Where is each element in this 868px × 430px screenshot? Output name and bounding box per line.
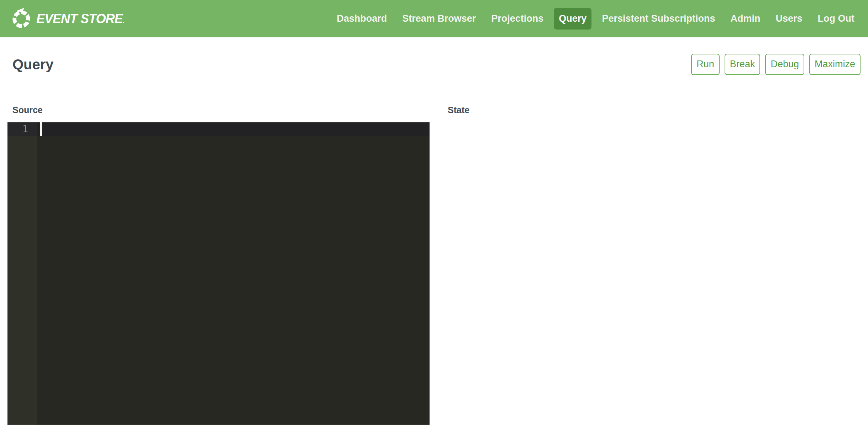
nav-item-log-out[interactable]: Log Out (813, 8, 859, 30)
nav-item-projections[interactable]: Projections (486, 8, 548, 30)
page-header: Query Run Break Debug Maximize (12, 53, 861, 75)
nav-item-users[interactable]: Users (770, 8, 807, 30)
nav-item-persistent-subscriptions[interactable]: Persistent Subscriptions (597, 8, 720, 30)
text-cursor (40, 122, 42, 136)
source-panel: Source 1 (7, 105, 430, 425)
break-button[interactable]: Break (725, 54, 761, 75)
source-panel-label: Source (12, 105, 430, 115)
nav-item-stream-browser[interactable]: Stream Browser (397, 8, 481, 30)
brand-title: EVENT STORE. (36, 11, 124, 26)
line-number: 1 (7, 122, 37, 136)
top-navbar: EVENT STORE. Dashboard Stream Browser Pr… (0, 0, 868, 37)
maximize-button[interactable]: Maximize (809, 54, 861, 75)
page-title: Query (12, 57, 54, 73)
nav-item-admin[interactable]: Admin (725, 8, 765, 30)
active-line-highlight (37, 122, 430, 136)
main-content: Query Run Break Debug Maximize Source 1 … (0, 53, 868, 425)
event-store-logo-icon (12, 7, 31, 30)
run-button[interactable]: Run (691, 54, 720, 75)
state-panel: State (443, 105, 868, 425)
brand[interactable]: EVENT STORE. (12, 7, 124, 30)
nav-item-query[interactable]: Query (554, 8, 591, 30)
main-nav: Dashboard Stream Browser Projections Que… (332, 8, 859, 30)
state-panel-label: State (448, 105, 868, 115)
debug-button[interactable]: Debug (765, 54, 804, 75)
query-toolbar: Run Break Debug Maximize (691, 54, 861, 75)
brand-trademark-dot: . (122, 17, 124, 25)
nav-item-dashboard[interactable]: Dashboard (332, 8, 392, 30)
editor-gutter: 1 (7, 122, 37, 425)
panels-row: Source 1 State (0, 105, 868, 425)
query-source-editor[interactable]: 1 (7, 122, 430, 425)
